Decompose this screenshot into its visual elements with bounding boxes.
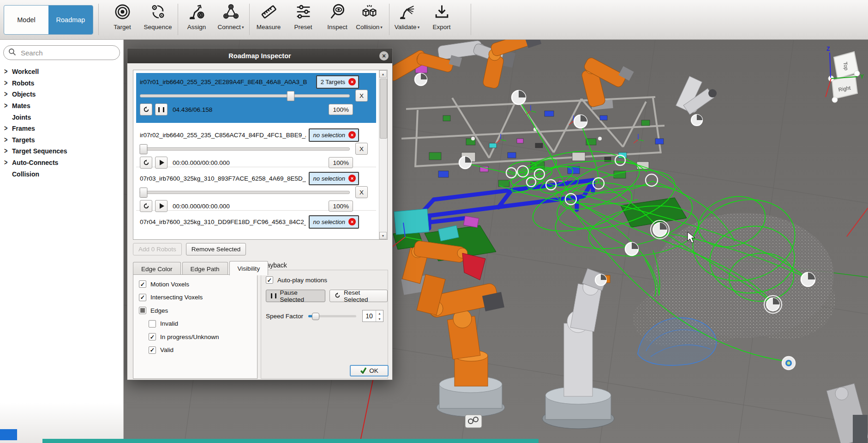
checkbox-edges[interactable]: Edges bbox=[139, 304, 257, 317]
clear-targets-icon[interactable]: × bbox=[348, 175, 356, 182]
target-count-chip[interactable]: 2 Targets × bbox=[316, 75, 359, 89]
expand-chevron-icon[interactable]: > bbox=[4, 102, 12, 110]
robot-row-3[interactable]: 07r03_irb7600_325kg_310_893F7ACE_6258_4A… bbox=[136, 170, 376, 211]
tab-visibility[interactable]: Visibility bbox=[229, 261, 269, 275]
checkbox-motion-voxels[interactable]: Motion Voxels bbox=[139, 278, 257, 291]
play-button[interactable] bbox=[155, 157, 168, 169]
tree-item-workcell[interactable]: >Workcell bbox=[0, 66, 123, 78]
tree-item-mates[interactable]: >Mates bbox=[0, 100, 123, 112]
clock-gizmo bbox=[415, 73, 427, 85]
expand-chevron-icon[interactable]: > bbox=[4, 136, 12, 144]
remove-selected-button[interactable]: Remove Selected bbox=[186, 243, 246, 255]
toolbar-button-connect[interactable]: Connect▾ bbox=[214, 2, 247, 37]
speed-percent-button[interactable]: 100% bbox=[329, 157, 353, 168]
reset-button[interactable] bbox=[140, 157, 152, 169]
pause-selected-button[interactable]: Pause Selected bbox=[266, 290, 325, 302]
motion-progress-slider[interactable] bbox=[140, 147, 350, 151]
viewcube-y-label: Y bbox=[860, 73, 864, 80]
tree-item-robots[interactable]: >Robots bbox=[0, 78, 123, 89]
toolbar-button-assign[interactable]: Assign bbox=[180, 2, 213, 37]
selection-chip[interactable]: no selection × bbox=[309, 172, 359, 185]
checkbox-icon[interactable] bbox=[139, 294, 146, 301]
speed-percent-button[interactable]: 100% bbox=[329, 200, 353, 212]
tree-item-joints[interactable]: >Joints bbox=[0, 111, 123, 123]
reset-button[interactable] bbox=[140, 103, 152, 115]
scroll-up-icon[interactable]: ▲ bbox=[379, 70, 387, 78]
slider-handle[interactable] bbox=[140, 144, 148, 154]
robot-row-2[interactable]: ir07r02_irb6640_255_235_C856AC74_84FD_4F… bbox=[136, 126, 376, 167]
speed-factor-slider[interactable] bbox=[308, 315, 356, 317]
tree-item-collision[interactable]: >Collision bbox=[0, 168, 123, 180]
clear-selection-button[interactable]: X bbox=[355, 143, 368, 155]
ok-button[interactable]: OK bbox=[350, 365, 389, 376]
tab-edge-color[interactable]: Edge Color bbox=[133, 262, 181, 275]
clear-selection-button[interactable]: X bbox=[355, 186, 368, 198]
tree-item-target-sequences[interactable]: >Target Sequences bbox=[0, 146, 123, 157]
toolbar-button-target[interactable]: Target bbox=[106, 2, 139, 37]
checkbox-icon[interactable] bbox=[149, 333, 156, 340]
expand-chevron-icon[interactable]: > bbox=[4, 68, 12, 76]
slider-handle[interactable] bbox=[312, 313, 319, 320]
slider-handle[interactable] bbox=[140, 188, 148, 198]
checkbox-valid[interactable]: Valid bbox=[149, 344, 257, 357]
scrollbar-thumb[interactable] bbox=[380, 79, 387, 139]
spinner-down-icon[interactable]: ▼ bbox=[376, 316, 383, 322]
checkbox-invalid[interactable]: Invalid bbox=[149, 317, 257, 331]
robot-row-4[interactable]: 07r04_irb7600_325kg_310_DD9FE18D_FC96_45… bbox=[136, 213, 376, 240]
preset-icon bbox=[295, 2, 312, 22]
toolbar-button-sequence[interactable]: Sequence bbox=[141, 2, 174, 37]
toolbar-button-export[interactable]: Export bbox=[425, 2, 458, 37]
expand-chevron-icon[interactable]: > bbox=[4, 91, 12, 99]
close-icon[interactable]: × bbox=[379, 51, 389, 61]
slider-handle[interactable] bbox=[287, 91, 295, 101]
spinner-up-icon[interactable]: ▲ bbox=[376, 310, 383, 316]
speed-factor-value[interactable]: 10 bbox=[363, 310, 376, 322]
motion-progress-slider[interactable] bbox=[140, 94, 350, 97]
reset-selected-button[interactable]: Reset Selected bbox=[329, 290, 388, 302]
clear-targets-icon[interactable]: × bbox=[348, 218, 356, 225]
toolbar-button-measure[interactable]: Measure bbox=[252, 2, 285, 37]
clear-selection-button[interactable]: X bbox=[355, 90, 368, 102]
checkbox-icon[interactable] bbox=[149, 320, 156, 328]
tree-item-auto-connects[interactable]: >Auto-Connects bbox=[0, 157, 123, 169]
expand-chevron-icon[interactable]: > bbox=[4, 79, 12, 87]
checkbox-auto-play-motions[interactable]: Auto-play motions bbox=[266, 276, 388, 284]
selection-chip[interactable]: no selection × bbox=[309, 215, 359, 229]
tree-item-frames[interactable]: >Frames bbox=[0, 123, 123, 134]
tab-edge-path[interactable]: Edge Path bbox=[182, 262, 228, 275]
expand-chevron-icon[interactable]: > bbox=[4, 147, 12, 156]
reset-button[interactable] bbox=[140, 200, 152, 212]
checkbox-icon[interactable] bbox=[149, 346, 156, 354]
toolbar-button-validate[interactable]: Validate▾ bbox=[390, 2, 424, 37]
robot-row-1[interactable]: ir07r01_irb6640_255_235_2E289A4F_8E4B_46… bbox=[136, 73, 376, 123]
checkbox-icon[interactable] bbox=[139, 280, 146, 288]
expand-chevron-icon[interactable]: > bbox=[4, 125, 12, 133]
search-box[interactable] bbox=[3, 45, 120, 60]
tab-model[interactable]: Model bbox=[4, 6, 48, 34]
speed-percent-button[interactable]: 100% bbox=[329, 104, 353, 115]
checkbox-icon[interactable] bbox=[266, 276, 273, 284]
tree-item-objects[interactable]: >Objects bbox=[0, 89, 123, 100]
selection-chip[interactable]: no selection × bbox=[309, 128, 359, 142]
list-scrollbar[interactable]: ▲ ▼ bbox=[379, 70, 387, 239]
motion-progress-slider[interactable] bbox=[140, 191, 350, 194]
scroll-down-icon[interactable]: ▼ bbox=[379, 232, 387, 239]
pause-button[interactable] bbox=[155, 103, 168, 115]
tree-item-targets[interactable]: >Targets bbox=[0, 134, 123, 146]
checkbox-intersecting-voxels[interactable]: Intersecting Voxels bbox=[139, 291, 257, 304]
clear-targets-icon[interactable]: × bbox=[348, 78, 356, 85]
tab-roadmap[interactable]: Roadmap bbox=[48, 6, 93, 34]
toolbar-button-collision[interactable]: Collision▾ bbox=[353, 2, 386, 37]
expand-chevron-icon[interactable]: > bbox=[4, 158, 12, 167]
speed-factor-spinner[interactable]: 10 ▲ ▼ bbox=[362, 310, 383, 322]
add-robots-button[interactable]: Add 0 Robots bbox=[133, 243, 182, 255]
clear-targets-icon[interactable]: × bbox=[348, 131, 356, 139]
robot-name: ir07r02_irb6640_255_235_C856AC74_84FD_4F… bbox=[140, 132, 306, 139]
dialog-titlebar[interactable]: Roadmap Inspector bbox=[127, 49, 392, 63]
play-button[interactable] bbox=[155, 200, 168, 212]
search-input[interactable] bbox=[20, 49, 115, 57]
toolbar-button-preset[interactable]: Preset bbox=[287, 2, 320, 37]
checkbox-in-progress-unknown[interactable]: In progress/Unknown bbox=[149, 330, 257, 344]
checkbox-icon[interactable] bbox=[139, 307, 146, 314]
toolbar-button-inspect[interactable]: Inspect bbox=[321, 2, 354, 37]
